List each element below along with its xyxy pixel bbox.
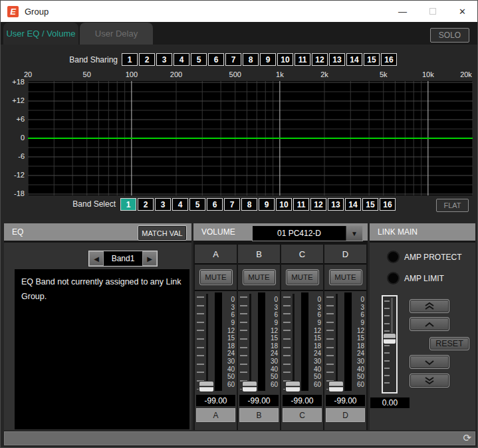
band-button-7[interactable]: 7 bbox=[225, 53, 241, 66]
maximize-button[interactable] bbox=[418, 1, 447, 22]
band-button-2[interactable]: 2 bbox=[139, 53, 155, 66]
fader-handle[interactable] bbox=[286, 382, 300, 392]
band-button-5[interactable]: 5 bbox=[191, 53, 207, 66]
fader-handle[interactable] bbox=[329, 382, 343, 392]
reset-button[interactable]: RESET bbox=[429, 337, 469, 350]
fader-handle[interactable] bbox=[243, 382, 257, 392]
fader-ticks bbox=[384, 300, 390, 390]
band-button-3[interactable]: 3 bbox=[156, 53, 172, 66]
amp-limit-label: AMP LIMIT bbox=[404, 274, 444, 283]
band-button-13[interactable]: 13 bbox=[328, 198, 344, 211]
scale-tick-label: 3 bbox=[231, 304, 235, 311]
band-button-5[interactable]: 5 bbox=[189, 198, 205, 211]
scale-tick-label: 50 bbox=[314, 373, 321, 380]
scale-tick-label: 50 bbox=[357, 373, 364, 380]
fader-handle[interactable] bbox=[199, 382, 213, 392]
channel-level-value[interactable]: -99.00 bbox=[239, 395, 279, 406]
band-button-9[interactable]: 9 bbox=[260, 53, 276, 66]
band-button-12[interactable]: 12 bbox=[312, 53, 328, 66]
band-button-8[interactable]: 8 bbox=[243, 53, 259, 66]
channel-level-value[interactable]: -99.00 bbox=[283, 395, 322, 406]
close-button[interactable]: ✕ bbox=[447, 1, 477, 22]
band-button-11[interactable]: 11 bbox=[295, 53, 310, 66]
volume-up-fast-button[interactable] bbox=[410, 299, 449, 313]
scale-tick-label: 30 bbox=[227, 358, 235, 365]
band-button-7[interactable]: 7 bbox=[224, 198, 240, 211]
scale-tick-label: 12 bbox=[271, 327, 278, 334]
channel-select-button[interactable]: A bbox=[196, 408, 235, 422]
band-button-9[interactable]: 9 bbox=[259, 198, 275, 211]
link-main-title: LINK MAIN bbox=[378, 227, 418, 237]
band-button-8[interactable]: 8 bbox=[241, 198, 257, 211]
band-button-1[interactable]: 1 bbox=[120, 198, 136, 211]
band-button-16[interactable]: 16 bbox=[380, 198, 396, 211]
scale-tick-label: 15 bbox=[271, 334, 278, 342]
volume-down-fast-button[interactable] bbox=[410, 374, 449, 388]
volume-up-button[interactable] bbox=[410, 317, 449, 331]
status-bar: ⟳ bbox=[4, 431, 475, 445]
band-button-15[interactable]: 15 bbox=[362, 198, 378, 211]
scale-tick-label: 24 bbox=[227, 350, 235, 357]
mute-button[interactable]: MUTE bbox=[199, 269, 233, 285]
band-button-10[interactable]: 10 bbox=[277, 53, 293, 66]
scale-tick-label: 0 bbox=[274, 296, 278, 303]
channel-select-button[interactable]: C bbox=[283, 408, 322, 422]
channel-level-value[interactable]: -99.00 bbox=[196, 395, 235, 406]
next-band-button[interactable]: ▶ bbox=[142, 251, 157, 266]
band-button-2[interactable]: 2 bbox=[138, 198, 154, 211]
scale-tick-label: 30 bbox=[271, 358, 278, 365]
band-button-16[interactable]: 16 bbox=[381, 53, 397, 66]
mute-button[interactable]: MUTE bbox=[329, 269, 362, 285]
link-main-fader bbox=[382, 295, 398, 393]
band-button-6[interactable]: 6 bbox=[207, 198, 223, 211]
band-button-14[interactable]: 14 bbox=[346, 53, 362, 66]
fader-track bbox=[336, 294, 338, 390]
eq-response-graph[interactable] bbox=[28, 81, 473, 195]
mute-button[interactable]: MUTE bbox=[286, 269, 319, 285]
band-button-6[interactable]: 6 bbox=[208, 53, 224, 66]
scale-tick-label: 18 bbox=[314, 342, 321, 350]
device-select-value: 01 PC412-D bbox=[253, 226, 346, 241]
scale-tick-label: 60 bbox=[227, 381, 235, 388]
mute-button[interactable]: MUTE bbox=[243, 269, 276, 285]
db-tick-label: +18 bbox=[1, 78, 25, 86]
tab-user-eq-volume[interactable]: User EQ / Volume bbox=[3, 23, 78, 45]
band-button-15[interactable]: 15 bbox=[364, 53, 380, 66]
band-button-11[interactable]: 11 bbox=[293, 198, 309, 211]
channel-fader: 03691215182430405060 bbox=[238, 291, 280, 392]
scale-tick-label: 9 bbox=[274, 319, 278, 326]
chevron-down-icon[interactable]: ▼ bbox=[346, 226, 362, 241]
match-val-button[interactable]: MATCH VAL bbox=[138, 225, 187, 241]
band-button-12[interactable]: 12 bbox=[310, 198, 326, 211]
band-button-1[interactable]: 1 bbox=[122, 53, 138, 66]
channel-select-button[interactable]: B bbox=[239, 408, 279, 422]
scale-tick-label: 50 bbox=[227, 373, 235, 380]
minimize-button[interactable]: — bbox=[388, 1, 418, 22]
band-button-14[interactable]: 14 bbox=[345, 198, 361, 211]
level-meter bbox=[258, 292, 265, 391]
link-main-value[interactable]: 0.00 bbox=[370, 397, 410, 408]
channel-header: C bbox=[281, 245, 323, 265]
channel-select-button[interactable]: D bbox=[326, 408, 365, 422]
band-button-4[interactable]: 4 bbox=[172, 198, 188, 211]
band-button-10[interactable]: 10 bbox=[276, 198, 292, 211]
eq-section-title: EQ bbox=[12, 227, 23, 237]
channel-level-value[interactable]: -99.00 bbox=[326, 395, 365, 406]
band-sharing-label: Band Sharing bbox=[1, 55, 118, 64]
sync-refresh-icon[interactable]: ⟳ bbox=[463, 432, 471, 444]
band-button-3[interactable]: 3 bbox=[155, 198, 171, 211]
band-button-4[interactable]: 4 bbox=[174, 53, 189, 66]
solo-button[interactable]: SOLO bbox=[430, 28, 469, 43]
channel-strip-a: A MUTE 03691215182430405060 -99.00 A bbox=[195, 245, 237, 430]
scale-tick-label: 60 bbox=[357, 381, 364, 388]
tab-user-delay[interactable]: User Delay bbox=[80, 23, 153, 45]
device-select[interactable]: 01 PC412-D ▼ bbox=[252, 225, 363, 241]
fader-handle[interactable] bbox=[384, 334, 396, 344]
prev-band-button[interactable]: ◀ bbox=[89, 251, 104, 266]
scale-tick-label: 15 bbox=[357, 334, 364, 342]
fader-ticks bbox=[326, 296, 334, 390]
band-button-13[interactable]: 13 bbox=[329, 53, 345, 66]
scale-tick-label: 6 bbox=[231, 311, 235, 318]
flat-button[interactable]: FLAT bbox=[436, 199, 469, 212]
volume-down-button[interactable] bbox=[410, 355, 449, 369]
